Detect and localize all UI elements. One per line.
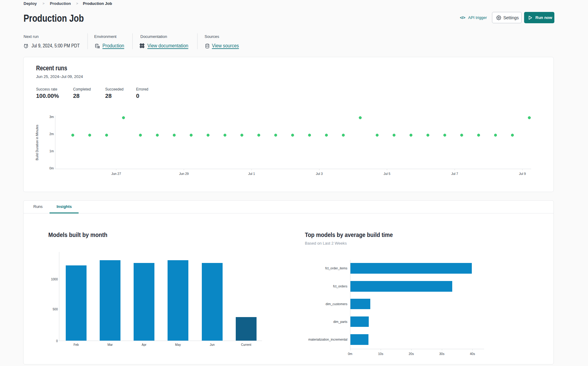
svg-text:fct_orders: fct_orders [333,284,347,288]
svg-text:1m: 1m [49,149,54,153]
svg-text:dim_customers: dim_customers [326,302,347,306]
svg-text:Apr: Apr [142,343,146,346]
svg-text:materialization_incremental: materialization_incremental [308,338,347,341]
svg-text:Jul 9: Jul 9 [519,172,526,176]
svg-text:2m: 2m [49,132,54,136]
svg-text:Jun 29: Jun 29 [179,172,189,176]
svg-text:0m: 0m [348,352,353,356]
svg-text:May: May [175,343,181,346]
svg-text:Jun 27: Jun 27 [111,172,121,176]
svg-text:20s: 20s [409,352,414,356]
svg-text:fct_order_items: fct_order_items [325,266,347,270]
svg-text:40s: 40s [470,352,475,356]
svg-text:0m: 0m [49,166,54,170]
svg-text:3m: 3m [49,115,54,119]
svg-text:10s: 10s [378,352,383,356]
svg-text:dim_parts: dim_parts [333,320,347,323]
svg-text:Jul 3: Jul 3 [316,172,323,176]
svg-text:0: 0 [56,339,58,343]
svg-text:Current: Current [241,343,251,346]
svg-text:Feb: Feb [73,343,79,346]
svg-text:Jun: Jun [210,343,215,346]
svg-text:Jul 1: Jul 1 [248,172,255,176]
svg-text:30s: 30s [439,352,445,356]
svg-text:500: 500 [53,308,58,311]
svg-text:Build Duration in Minutes: Build Duration in Minutes [35,125,39,161]
svg-text:Jul 5: Jul 5 [384,172,390,176]
svg-text:Mar: Mar [107,343,113,346]
svg-text:1000: 1000 [51,278,58,281]
svg-text:Jul 7: Jul 7 [451,172,458,176]
